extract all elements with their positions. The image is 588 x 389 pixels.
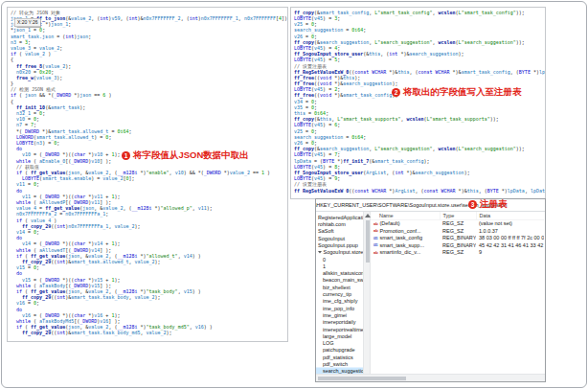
value-type: REG_BINARY bbox=[440, 235, 476, 242]
annotation-1-badge: 1 bbox=[122, 151, 130, 160]
tree-vertical-scrollbar[interactable] bbox=[363, 212, 371, 375]
value-data: 1.0.0.37 bbox=[476, 227, 544, 235]
registry-tree-item[interactable]: currency_tip bbox=[316, 290, 363, 297]
horizontal-scrollbar[interactable] bbox=[316, 374, 545, 381]
tree-item-label: rohitab.com bbox=[318, 220, 346, 227]
tree-item-label: 0 bbox=[323, 256, 326, 263]
column-header-type[interactable]: Type bbox=[440, 212, 476, 219]
tree-item-label: currency_tip bbox=[323, 290, 351, 297]
value-name: smartinfo_dic_v... bbox=[380, 249, 421, 257]
value-list-header: NameTypeData bbox=[371, 212, 544, 220]
registry-value-row[interactable]: 011smart_task_supp...REG_BINARY45 42 42 … bbox=[371, 241, 544, 249]
registry-tree-item[interactable]: SaSoft bbox=[316, 228, 363, 235]
code-line: ff_RegSetValueExW_0((const WCHAR *)ArgLi… bbox=[294, 188, 546, 194]
registry-editor-window: Computer\HKEY_CURRENT_USER\SOFTWARE\Sogo… bbox=[315, 198, 546, 382]
registry-tree-item[interactable]: LOG bbox=[316, 339, 363, 346]
registry-tree: RegisteredApplicationsrohitab.comSaSoftS… bbox=[316, 212, 363, 375]
scrollbar-thumb[interactable] bbox=[318, 377, 406, 380]
tree-item-label: pdf_switch bbox=[323, 360, 348, 367]
registry-tree-item[interactable]: pdf_switch bbox=[316, 360, 363, 367]
value-data: 45 42 42 31 41 46 41 33 42 30 36 37 44 4… bbox=[476, 241, 544, 249]
tree-item-label: ime_pop_info bbox=[323, 305, 354, 311]
value-name: (Default) bbox=[380, 220, 400, 228]
registry-tree-item[interactable]: rohitab.com bbox=[316, 220, 363, 227]
annotation-3-text: 注册表 bbox=[480, 198, 508, 211]
tree-item-label: patchupgrade bbox=[323, 347, 355, 354]
annotation-extract-json-fields: 1 将字段值从JSON数据中取出 bbox=[122, 149, 249, 162]
registry-tree-item[interactable]: patchupgrade bbox=[316, 347, 363, 354]
tree-item-label: large_model bbox=[323, 332, 351, 339]
annotation-2-badge: 2 bbox=[392, 88, 400, 97]
decompiler-panel-json-parse: // 转化为 JSON 对象json_1 = ff_to_json(&value… bbox=[7, 7, 288, 342]
tree-item-label: SaSoft bbox=[318, 228, 334, 235]
code-line: ff_copy_29((int)&smart_task.task_body_md… bbox=[11, 331, 288, 336]
tree-item-label: ime_gimei bbox=[323, 311, 347, 318]
registry-tree-item[interactable]: SogouInput.store.user bbox=[316, 248, 363, 255]
chevron-down-icon bbox=[318, 251, 322, 254]
tree-item-label: imereportdaily bbox=[323, 318, 356, 325]
registry-tree-item[interactable]: large_model bbox=[316, 332, 363, 339]
registry-tree-item[interactable]: imereportrealtime bbox=[316, 326, 363, 332]
registry-tree-item[interactable]: imereportdaily bbox=[316, 318, 363, 325]
registry-tree-item[interactable]: biz_shellext bbox=[316, 284, 363, 290]
scrollbar-thumb[interactable] bbox=[366, 220, 370, 263]
registry-value-row[interactable]: absmartinfo_dic_v...REG_SZ9 bbox=[371, 249, 544, 257]
value-type: REG_SZ bbox=[440, 220, 476, 228]
tree-item-label: LOG bbox=[323, 339, 334, 346]
registry-value-row[interactable]: 011smart_task_configREG_BINARY38 03 00 0… bbox=[371, 235, 544, 242]
pseudocode-json-parse: // 转化为 JSON 对象json_1 = ff_to_json(&value… bbox=[8, 8, 288, 342]
registry-value-row[interactable]: abPromotion_conf...REG_SZ1.0.0.37 bbox=[371, 227, 544, 235]
pseudocode-registry-write: ff_copy(&smart_task_config, L"smart_task… bbox=[291, 8, 546, 199]
registry-address-text: Computer\HKEY_CURRENT_USER\SOFTWARE\Sogo… bbox=[316, 199, 545, 211]
value-type: REG_SZ bbox=[440, 227, 476, 235]
value-data: 9 bbox=[476, 249, 544, 257]
registry-tree-item[interactable]: RegisteredApplications bbox=[316, 214, 363, 220]
tree-item-label: imereportrealtime bbox=[323, 326, 363, 332]
tree-item-label: SogouInput.store.user bbox=[324, 248, 364, 255]
tree-item-label: SogouInput bbox=[318, 235, 345, 241]
registry-tree-item[interactable]: beacon_main_switch bbox=[316, 277, 363, 284]
tree-item-label: RegisteredApplications bbox=[318, 214, 363, 220]
tree-item-label: pdf_statistics bbox=[323, 354, 353, 360]
annotation-write-to-registry: 2 将取出的字段值写入至注册表 bbox=[392, 86, 522, 99]
value-type: REG_SZ bbox=[440, 249, 476, 257]
registry-value-row[interactable]: ab(Default)REG_SZ(value not set) bbox=[371, 220, 544, 228]
decompiler-panel-registry-write: ff_copy(&smart_task_config, L"smart_task… bbox=[290, 7, 546, 199]
registry-tree-item[interactable]: ime_cfg_shiply bbox=[316, 298, 363, 305]
tree-item-label: SogouInput.ppup bbox=[318, 241, 358, 248]
annotation-registry: 3 注册表 bbox=[468, 198, 508, 211]
annotation-2-text: 将取出的字段值写入至注册表 bbox=[403, 86, 522, 99]
registry-tree-item[interactable]: 0 bbox=[316, 256, 363, 263]
registry-tree-item[interactable]: SogouInput.ppup bbox=[316, 241, 363, 248]
registry-tree-item[interactable]: pdf_statistics bbox=[316, 354, 363, 360]
registry-tree-item[interactable]: allskin_statusiconstatic bbox=[316, 269, 363, 276]
value-name: smart_task_supp... bbox=[380, 241, 424, 249]
registry-address-bar[interactable]: Computer\HKEY_CURRENT_USER\SOFTWARE\Sogo… bbox=[316, 199, 545, 212]
registry-tree-item[interactable]: ime_pop_info bbox=[316, 305, 363, 311]
annotation-1-text: 将字段值从JSON数据中取出 bbox=[133, 149, 249, 162]
registry-tree-item[interactable]: 1 bbox=[316, 263, 363, 269]
registry-value-list: NameTypeData ab(Default)REG_SZ(value not… bbox=[371, 212, 544, 375]
coordinate-tooltip: X:20 Y:26 bbox=[14, 18, 67, 35]
value-type: REG_BINARY bbox=[440, 241, 476, 249]
registry-tree-item[interactable]: SogouInput bbox=[316, 235, 363, 241]
registry-tree-item[interactable]: ime_gimei bbox=[316, 311, 363, 318]
value-name: Promotion_conf... bbox=[380, 227, 421, 235]
tree-item-label: allskin_statusiconstatic bbox=[323, 269, 363, 276]
tree-item-label: 1 bbox=[323, 263, 326, 269]
coordinate-tooltip-text: X:20 Y:26 bbox=[14, 18, 41, 27]
value-data: 38 03 00 00 ff ff ff 7f 2c 00 02 00 02 0… bbox=[476, 235, 544, 242]
tree-item-label: beacon_main_switch bbox=[323, 277, 363, 284]
column-header-name[interactable]: Name bbox=[371, 212, 440, 219]
value-name: smart_task_config bbox=[380, 235, 423, 242]
column-header-data[interactable]: Data bbox=[476, 212, 544, 219]
tree-item-label: ime_cfg_shiply bbox=[323, 298, 357, 305]
tree-item-label: biz_shellext bbox=[323, 284, 351, 290]
value-data: (value not set) bbox=[476, 220, 544, 228]
annotation-3-badge: 3 bbox=[468, 200, 477, 209]
